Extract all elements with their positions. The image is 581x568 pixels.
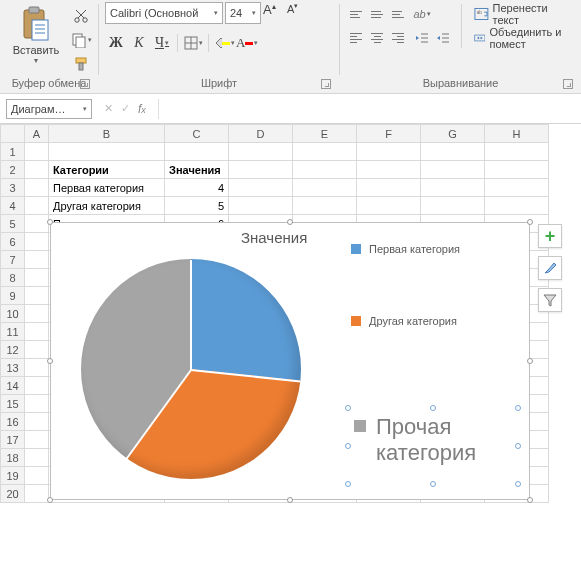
svg-rect-11 (76, 37, 85, 48)
chevron-down-icon: ▾ (252, 9, 256, 17)
cell[interactable]: Другая категория (49, 197, 165, 215)
cell[interactable]: Первая категория (49, 179, 165, 197)
align-middle-button[interactable] (367, 4, 387, 24)
legend-swatch (351, 316, 361, 326)
row-header[interactable]: 18 (1, 449, 25, 467)
legend-item-selected[interactable]: Прочая категория (347, 407, 519, 485)
increase-font-button[interactable]: A▴ (263, 2, 285, 24)
legend-label: Прочая категория (348, 408, 518, 467)
row-header[interactable]: 1 (1, 143, 25, 161)
row-header[interactable]: 4 (1, 197, 25, 215)
cell[interactable]: Значения (165, 161, 229, 179)
row-header[interactable]: 6 (1, 233, 25, 251)
row-header[interactable]: 11 (1, 323, 25, 341)
enter-formula-button[interactable]: ✓ (121, 102, 130, 115)
fx-icon[interactable]: fx (138, 102, 146, 116)
cancel-formula-button[interactable]: ✕ (104, 102, 113, 115)
legend-swatch (354, 420, 366, 432)
row-header[interactable]: 13 (1, 359, 25, 377)
underline-label: Ч (155, 35, 164, 51)
align-top-button[interactable] (346, 4, 366, 24)
col-header[interactable]: H (485, 125, 549, 143)
cell[interactable]: 4 (165, 179, 229, 197)
chart-object[interactable]: Значения Первая категория Другая категор… (50, 222, 530, 500)
increase-indent-button[interactable] (433, 28, 453, 48)
font-name-combo[interactable]: Calibri (Основной▾ (105, 2, 223, 24)
chevron-down-icon: ▾ (254, 39, 258, 47)
col-header[interactable]: E (293, 125, 357, 143)
row-header[interactable]: 9 (1, 287, 25, 305)
row-header[interactable]: 3 (1, 179, 25, 197)
name-box[interactable]: Диаграм…▾ (6, 99, 92, 119)
scissors-icon (73, 8, 89, 24)
wrap-text-button[interactable]: ab Перенести текст (470, 4, 575, 24)
row-header[interactable]: 19 (1, 467, 25, 485)
clipboard-group: Вставить ▾ ▾ (0, 0, 98, 93)
align-center-button[interactable] (367, 28, 387, 48)
font-group-label: Шрифт (201, 77, 237, 89)
paste-button[interactable]: Вставить ▾ (6, 2, 66, 65)
merge-center-button[interactable]: Объединить и помест (470, 28, 575, 48)
row-header[interactable]: 17 (1, 431, 25, 449)
borders-button[interactable]: ▾ (182, 32, 204, 54)
dialog-launcher-icon[interactable] (80, 79, 90, 89)
cut-button[interactable] (70, 6, 92, 26)
row-header[interactable]: 15 (1, 395, 25, 413)
svg-point-6 (75, 18, 79, 22)
chart-title[interactable]: Значения (241, 229, 307, 246)
fill-color-button[interactable]: ▾ (213, 32, 235, 54)
align-bottom-button[interactable] (388, 4, 408, 24)
row-header[interactable]: 8 (1, 269, 25, 287)
legend-item[interactable]: Другая категория (351, 315, 460, 327)
font-group: Calibri (Основной▾ 24▾ A▴ A▾ Ж К Ч▾ ▾ ▾ … (99, 0, 339, 93)
col-header[interactable]: D (229, 125, 293, 143)
row-header[interactable]: 2 (1, 161, 25, 179)
row-header[interactable]: 20 (1, 485, 25, 503)
align-left-button[interactable] (346, 28, 366, 48)
legend-item[interactable]: Первая категория (351, 243, 460, 255)
chart-legend[interactable]: Первая категория Другая категория (351, 243, 460, 327)
cell[interactable]: Категории (49, 161, 165, 179)
svg-rect-12 (76, 58, 86, 63)
bucket-icon (213, 36, 222, 50)
row-header[interactable]: 7 (1, 251, 25, 269)
col-header[interactable]: F (357, 125, 421, 143)
merge-label: Объединить и помест (489, 26, 571, 50)
pie-chart[interactable] (81, 259, 301, 479)
align-right-button[interactable] (388, 28, 408, 48)
col-header[interactable]: B (49, 125, 165, 143)
copy-button[interactable]: ▾ (70, 30, 92, 50)
chart-styles-button[interactable] (538, 256, 562, 280)
decrease-font-button[interactable]: A▾ (287, 2, 309, 24)
name-box-value: Диаграм… (11, 103, 66, 115)
funnel-icon (542, 292, 558, 308)
italic-button[interactable]: К (128, 32, 150, 54)
bold-button[interactable]: Ж (105, 32, 127, 54)
row-header[interactable]: 14 (1, 377, 25, 395)
col-header[interactable]: A (25, 125, 49, 143)
row-header[interactable]: 5 (1, 215, 25, 233)
font-color-button[interactable]: A▾ (236, 32, 258, 54)
underline-button[interactable]: Ч▾ (151, 32, 173, 54)
row-header[interactable]: 12 (1, 341, 25, 359)
col-header[interactable]: C (165, 125, 229, 143)
chevron-down-icon: ▾ (214, 9, 218, 17)
format-painter-button[interactable] (70, 54, 92, 74)
svg-line-9 (76, 10, 84, 18)
chart-filters-button[interactable] (538, 288, 562, 312)
select-all-corner[interactable] (1, 125, 25, 143)
chart-elements-button[interactable]: + (538, 224, 562, 248)
font-size-combo[interactable]: 24▾ (225, 2, 261, 24)
formula-bar[interactable] (158, 99, 581, 119)
row-header[interactable]: 16 (1, 413, 25, 431)
dialog-launcher-icon[interactable] (563, 79, 573, 89)
orientation-button[interactable]: ab▾ (412, 4, 432, 24)
dialog-launcher-icon[interactable] (321, 79, 331, 89)
wrap-text-icon: ab (474, 6, 489, 22)
chevron-down-icon: ▾ (427, 10, 431, 18)
clipboard-group-label: Буфер обмена (12, 77, 87, 89)
cell[interactable]: 5 (165, 197, 229, 215)
decrease-indent-button[interactable] (412, 28, 432, 48)
col-header[interactable]: G (421, 125, 485, 143)
row-header[interactable]: 10 (1, 305, 25, 323)
